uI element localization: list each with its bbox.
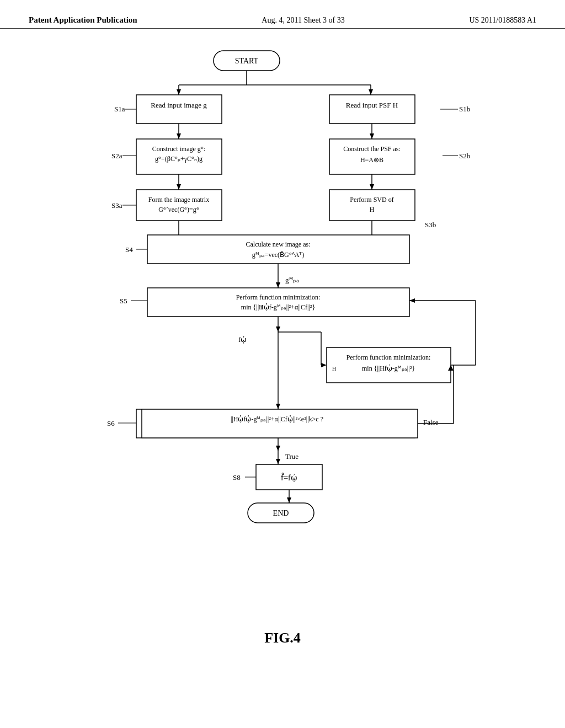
svg-text:Read input  image g: Read input image g bbox=[151, 101, 207, 109]
svg-text:H: H bbox=[370, 206, 375, 213]
svg-marker-94 bbox=[276, 446, 280, 451]
svg-text:S2a: S2a bbox=[111, 152, 122, 160]
svg-text:S2b: S2b bbox=[459, 152, 470, 160]
svg-text:S1a: S1a bbox=[114, 105, 125, 113]
svg-text:fᾠ: fᾠ bbox=[238, 335, 247, 344]
svg-text:min {||Hfᾠ-gᴹₚₐ||²}: min {||Hfᾠ-gᴹₚₐ||²} bbox=[362, 365, 415, 372]
svg-text:Perform function minimization:: Perform function minimization: bbox=[236, 293, 321, 301]
svg-text:Construct the PSF as:: Construct the PSF as: bbox=[343, 145, 401, 153]
svg-text:Gᵉʼvec(Gᵉ)=gᵉ: Gᵉʼvec(Gᵉ)=gᵉ bbox=[158, 206, 199, 213]
svg-text:Calculate new image as:: Calculate new image as: bbox=[246, 240, 311, 248]
svg-text:Construct image gᵉ:: Construct image gᵉ: bbox=[152, 145, 205, 153]
svg-marker-97 bbox=[276, 459, 280, 464]
svg-rect-37 bbox=[136, 190, 222, 221]
svg-marker-34 bbox=[370, 184, 374, 190]
svg-marker-103 bbox=[287, 497, 291, 503]
svg-marker-5 bbox=[177, 89, 181, 95]
page-header: Patent Application Publication Aug. 4, 2… bbox=[0, 0, 565, 29]
svg-text:S3b: S3b bbox=[425, 221, 436, 229]
svg-rect-87 bbox=[142, 409, 418, 438]
svg-text:S8: S8 bbox=[233, 473, 241, 481]
svg-marker-82 bbox=[276, 404, 280, 409]
date-sheet: Aug. 4, 2011 Sheet 3 of 33 bbox=[262, 16, 344, 25]
svg-text:END: END bbox=[273, 509, 289, 517]
svg-text:S6: S6 bbox=[107, 419, 115, 427]
svg-marker-18 bbox=[177, 133, 181, 139]
svg-rect-40 bbox=[329, 190, 415, 221]
diagram-area: START S1a Read input image g S1b Read in… bbox=[0, 29, 565, 663]
svg-text:min {||Hᾠf-gᴹₚₐ||²+α||Cf||²}: min {||Hᾠf-gᴹₚₐ||²+α||Cf||²} bbox=[241, 303, 315, 311]
svg-marker-32 bbox=[177, 184, 181, 190]
flowchart-svg: START S1a Read input image g S1b Read in… bbox=[56, 45, 509, 641]
svg-text:H=A⊗B: H=A⊗B bbox=[360, 156, 383, 164]
svg-text:S1b: S1b bbox=[459, 105, 470, 113]
svg-text:Perform SVD of: Perform SVD of bbox=[350, 196, 393, 204]
svg-text:||Hᾠfᾠ-gᴹₚₐ||²+α||Cfᾠ||²<e²||k: ||Hᾠfᾠ-gᴹₚₐ||²+α||Cfᾠ||²<e²||k>c ? bbox=[231, 415, 323, 423]
svg-text:Form the image matrix: Form the image matrix bbox=[148, 196, 209, 204]
svg-marker-76 bbox=[321, 363, 327, 367]
svg-text:H: H bbox=[332, 366, 336, 372]
svg-text:True: True bbox=[285, 452, 299, 461]
svg-marker-58 bbox=[276, 282, 280, 288]
svg-rect-61 bbox=[147, 288, 409, 317]
publication-title: Patent Application Publication bbox=[29, 15, 137, 25]
svg-text:gᴹₚₐ: gᴹₚₐ bbox=[285, 276, 299, 284]
svg-marker-20 bbox=[370, 133, 374, 139]
svg-text:Perform function minimization:: Perform function minimization: bbox=[347, 354, 431, 361]
svg-marker-8 bbox=[369, 89, 373, 95]
svg-text:S4: S4 bbox=[125, 245, 133, 254]
svg-text:gᴹₚₐ=vec(B̂GᵉᴬAᵀ): gᴹₚₐ=vec(B̂GᵉᴬAᵀ) bbox=[252, 251, 305, 259]
svg-text:S5: S5 bbox=[120, 297, 127, 305]
svg-text:f̂=fᾠ: f̂=fᾠ bbox=[281, 473, 297, 482]
svg-text:S3a: S3a bbox=[111, 201, 122, 210]
svg-rect-11 bbox=[136, 95, 222, 124]
patent-number: US 2011/0188583 A1 bbox=[469, 16, 536, 25]
svg-rect-52 bbox=[147, 235, 409, 264]
svg-marker-67 bbox=[276, 326, 280, 332]
svg-text:Read input PSF H: Read input PSF H bbox=[346, 101, 398, 109]
svg-text:START: START bbox=[235, 57, 259, 65]
svg-marker-80 bbox=[409, 298, 415, 303]
svg-text:gᵉ=(βCᵉₚ+γCᵉₙ)g: gᵉ=(βCᵉₚ+γCᵉₙ)g bbox=[155, 155, 202, 163]
figure-label: FIG.4 bbox=[0, 630, 565, 646]
svg-text:False: False bbox=[423, 418, 439, 426]
svg-rect-15 bbox=[329, 95, 415, 124]
